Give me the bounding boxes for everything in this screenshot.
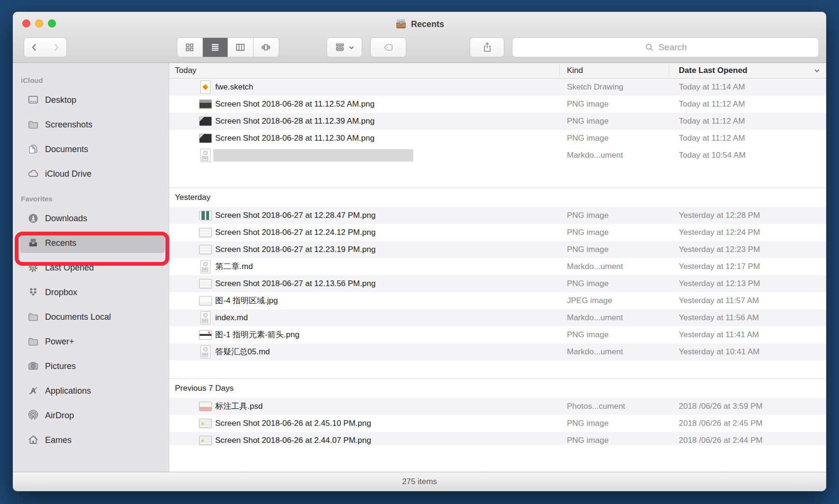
sidebar-item-dropbox[interactable]: Dropbox <box>13 280 169 305</box>
sidebar-item-airdrop[interactable]: AirDrop <box>13 403 169 428</box>
file-row[interactable]: Screen Shot 2018-06-27 at 12.13.56 PM.pn… <box>169 275 826 292</box>
home-icon <box>27 434 39 446</box>
file-date: Yesterday at 12:17 PM <box>679 258 760 275</box>
sidebar-item-label: Pictures <box>45 361 76 371</box>
column-header-date-last-opened[interactable]: Date Last Opened <box>679 63 748 78</box>
file-kind: PNG image <box>567 207 609 224</box>
column-divider[interactable] <box>669 65 669 76</box>
file-row[interactable]: Markdo...ument Today at 10:54 AM <box>169 147 826 164</box>
file-kind: PNG image <box>567 130 609 147</box>
file-icon <box>201 81 210 94</box>
redacted-file-name <box>213 149 413 162</box>
sidebar-item-documents-local[interactable]: Documents Local <box>13 305 169 329</box>
file-date: Yesterday at 12:24 PM <box>679 224 760 241</box>
sidebar-item-desktop[interactable]: Desktop <box>13 88 169 112</box>
sort-chevron-down-icon[interactable] <box>813 67 821 74</box>
file-row[interactable]: fwe.sketch Sketch Drawing Today at 11:14… <box>169 79 826 96</box>
folder-icon <box>27 118 39 131</box>
sidebar-item-applications[interactable]: A Applications <box>13 378 169 403</box>
group-by-button[interactable] <box>327 37 362 57</box>
list-view-button[interactable] <box>203 38 228 57</box>
file-row[interactable]: 标注工具.psd Photos...cument 2018 /06/26 at … <box>169 398 826 415</box>
sidebar-item-screenshots[interactable]: Screenshots <box>13 112 169 137</box>
file-icon <box>201 311 210 324</box>
file-name: Screen Shot 2018-06-27 at 12.23.19 PM.pn… <box>215 241 375 258</box>
column-divider[interactable] <box>559 65 560 76</box>
file-row[interactable]: 图-1 指明元素-箭头.png PNG image Yesterday at 1… <box>169 326 826 343</box>
downloads-icon <box>27 212 39 225</box>
file-date: 2018 /06/26 at 2:45 PM <box>679 415 763 432</box>
coverflow-view-button[interactable] <box>254 38 279 57</box>
file-row[interactable]: Screen Shot 2018-06-27 at 12.23.19 PM.pn… <box>169 241 826 258</box>
column-view-button[interactable] <box>228 38 254 57</box>
file-icon <box>199 296 212 306</box>
tag-button[interactable] <box>370 37 406 57</box>
file-icon <box>201 260 210 273</box>
applications-icon: A <box>27 385 39 397</box>
share-button[interactable] <box>470 37 504 57</box>
file-name: fwe.sketch <box>215 79 253 96</box>
file-row[interactable]: 第二章.md Markdo...ument Yesterday at 12:17… <box>169 258 826 275</box>
file-row[interactable]: Screen Shot 2018-06-26 at 2.45.10 PM.png… <box>169 415 826 432</box>
group-header-previous-7-days: Previous 7 Days <box>169 378 826 398</box>
file-kind: PNG image <box>567 113 609 130</box>
window-title: Recents <box>411 19 444 29</box>
view-switcher <box>177 37 279 57</box>
file-row[interactable]: Screen Shot 2018-06-28 at 11.12.52 AM.pn… <box>169 96 826 113</box>
file-row[interactable]: Screen Shot 2018-06-27 at 12.24.12 PM.pn… <box>169 224 826 241</box>
file-name: 标注工具.psd <box>215 398 263 415</box>
file-row[interactable]: Screen Shot 2018-06-28 at 11.12.30 AM.pn… <box>169 130 826 147</box>
sidebar-item-documents[interactable]: Documents <box>13 137 169 162</box>
search-field[interactable]: Search <box>512 37 819 57</box>
sidebar-item-icloud-drive[interactable]: iCloud Drive <box>13 162 169 186</box>
sidebar-item-label: Last Opened <box>45 263 94 273</box>
window-content: iCloud Desktop S <box>13 63 826 472</box>
column-header-kind[interactable]: Kind <box>567 63 583 78</box>
sidebar-item-label: Desktop <box>45 95 76 105</box>
file-row[interactable]: Screen Shot 2018-06-28 at 11.12.39 AM.pn… <box>169 113 826 130</box>
file-date: Yesterday at 12:28 PM <box>679 207 760 224</box>
file-name: 第二章.md <box>215 258 253 275</box>
file-date: 2018 /06/26 at 2:44 PM <box>679 432 763 445</box>
file-date: Yesterday at 12:23 PM <box>679 241 760 258</box>
sidebar-item-label: AirDrop <box>45 411 74 421</box>
file-date: Yesterday at 11:41 AM <box>679 326 759 343</box>
search-icon <box>644 42 655 53</box>
file-row[interactable]: 答疑汇总05.md Markdo...ument Yesterday at 10… <box>169 343 826 360</box>
file-icon <box>199 419 212 428</box>
file-icon <box>199 211 212 220</box>
gear-icon <box>27 261 39 274</box>
back-button[interactable] <box>24 37 46 57</box>
file-row[interactable]: index.md Markdo...ument Yesterday at 11:… <box>169 309 826 326</box>
sidebar-item-pictures[interactable]: Pictures <box>13 354 169 378</box>
group-separator <box>169 360 826 378</box>
sidebar-item-label: Dropbox <box>45 288 77 297</box>
sidebar-item-eames[interactable]: Eames <box>13 428 169 452</box>
file-kind: PNG image <box>567 415 609 432</box>
share-icon <box>481 41 493 54</box>
sidebar-item-last-opened[interactable]: Last Opened <box>13 255 169 280</box>
file-date: Today at 11:12 AM <box>679 130 745 147</box>
file-date: Yesterday at 11:57 AM <box>679 292 759 309</box>
forward-button[interactable] <box>45 37 67 57</box>
file-name: Screen Shot 2018-06-26 at 2.44.07 PM.png <box>215 432 371 445</box>
sidebar-item-power-plus[interactable]: Power+ <box>13 329 169 354</box>
sidebar-item-label: iCloud Drive <box>45 169 91 179</box>
window-title-area: Recents <box>13 18 826 31</box>
airdrop-icon <box>27 409 39 422</box>
file-name: 答疑汇总05.md <box>215 343 270 360</box>
sidebar-item-downloads[interactable]: Downloads <box>13 206 169 231</box>
file-kind: PNG image <box>567 241 609 258</box>
cloud-icon <box>27 168 39 180</box>
sidebar-item-recents[interactable]: Recents <box>13 231 169 255</box>
file-row[interactable]: 图-4 指明区域.jpg JPEG image Yesterday at 11:… <box>169 292 826 309</box>
section-today-rows: fwe.sketch Sketch Drawing Today at 11:14… <box>169 79 826 164</box>
file-icon <box>199 436 212 445</box>
file-kind: Sketch Drawing <box>567 79 623 96</box>
file-name: Screen Shot 2018-06-27 at 12.28.47 PM.pn… <box>215 207 375 224</box>
sidebar-item-label: Documents <box>45 144 88 154</box>
file-name: Screen Shot 2018-06-27 at 12.13.56 PM.pn… <box>215 275 375 292</box>
icon-view-button[interactable] <box>177 38 203 57</box>
file-row[interactable]: Screen Shot 2018-06-26 at 2.44.07 PM.png… <box>169 432 826 445</box>
file-row[interactable]: Screen Shot 2018-06-27 at 12.28.47 PM.pn… <box>169 207 826 224</box>
